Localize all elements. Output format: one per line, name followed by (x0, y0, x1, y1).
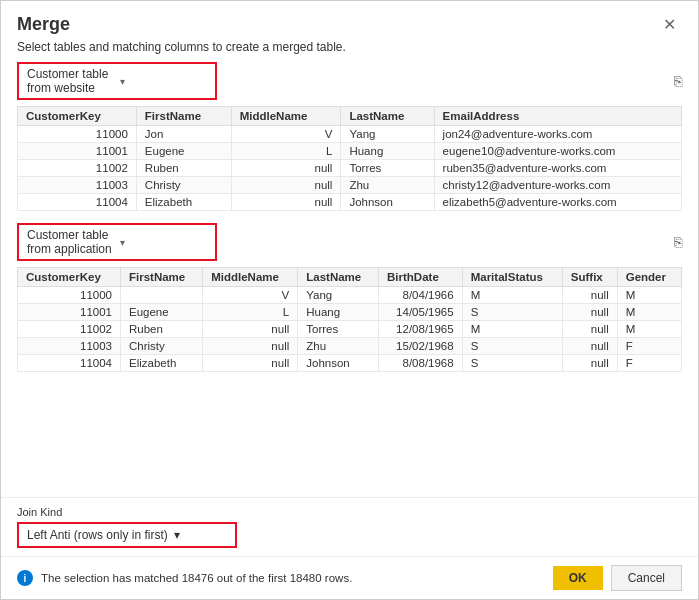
cell-birthdate: 8/04/1966 (379, 287, 463, 304)
cell-customerkey: 11001 (18, 143, 137, 160)
cell-gender: F (617, 355, 681, 372)
close-button[interactable]: ✕ (657, 13, 682, 36)
cell-customerkey: 11004 (18, 355, 121, 372)
cell-customerkey: 11000 (18, 287, 121, 304)
join-kind-arrow-icon: ▾ (174, 528, 180, 542)
cell-firstname: Elizabeth (136, 194, 231, 211)
table2-col-middlename: MiddleName (203, 268, 298, 287)
table-row[interactable]: 11003 Christy null Zhu christy12@adventu… (18, 177, 682, 194)
cell-customerkey: 11003 (18, 177, 137, 194)
cell-gender: M (617, 321, 681, 338)
cell-customerkey: 11004 (18, 194, 137, 211)
table1-data-table: CustomerKey FirstName MiddleName LastNam… (17, 106, 682, 211)
table2-col-customerkey: CustomerKey (18, 268, 121, 287)
cell-lastname: Zhu (341, 177, 434, 194)
table1-dropdown-label: Customer table from website (27, 67, 114, 95)
table1-col-email: EmailAddress (434, 107, 681, 126)
cancel-button[interactable]: Cancel (611, 565, 682, 591)
table1-col-lastname: LastName (341, 107, 434, 126)
cell-email: elizabeth5@adventure-works.com (434, 194, 681, 211)
table2-section: Customer table from application ▾ ⎘ Cust… (17, 223, 682, 372)
cell-birthdate: 15/02/1968 (379, 338, 463, 355)
table2-header-row: Customer table from application ▾ ⎘ (17, 223, 682, 261)
cell-middlename: L (203, 304, 298, 321)
table2-data-table: CustomerKey FirstName MiddleName LastNam… (17, 267, 682, 372)
footer: i The selection has matched 18476 out of… (1, 556, 698, 599)
cell-lastname: Zhu (298, 338, 379, 355)
cell-middlename: L (231, 143, 341, 160)
cell-middlename: null (231, 177, 341, 194)
cell-gender: M (617, 304, 681, 321)
join-kind-dropdown[interactable]: Left Anti (rows only in first) ▾ (17, 522, 237, 548)
cell-email: ruben35@adventure-works.com (434, 160, 681, 177)
table-row[interactable]: 11002 Ruben null Torres 12/08/1965 M nul… (18, 321, 682, 338)
table2-col-suffix: Suffix (562, 268, 617, 287)
cell-customerkey: 11002 (18, 160, 137, 177)
cell-middlename: null (203, 321, 298, 338)
cell-lastname: Huang (298, 304, 379, 321)
cell-firstname: Ruben (136, 160, 231, 177)
cell-maritalstatus: S (462, 355, 562, 372)
cell-firstname: Jon (136, 126, 231, 143)
table1-col-firstname: FirstName (136, 107, 231, 126)
cell-maritalstatus: M (462, 321, 562, 338)
table-row[interactable]: 11000 V Yang 8/04/1966 M null M (18, 287, 682, 304)
table2-header: CustomerKey FirstName MiddleName LastNam… (18, 268, 682, 287)
info-text: The selection has matched 18476 out of t… (41, 572, 545, 584)
cell-middlename: null (203, 338, 298, 355)
table2-col-maritalstatus: MaritalStatus (462, 268, 562, 287)
table1-section: Customer table from website ▾ ⎘ Customer… (17, 62, 682, 211)
cell-customerkey: 11001 (18, 304, 121, 321)
table1-header: CustomerKey FirstName MiddleName LastNam… (18, 107, 682, 126)
cell-gender: F (617, 338, 681, 355)
cell-firstname: Christy (120, 338, 202, 355)
cell-customerkey: 11003 (18, 338, 121, 355)
cell-firstname: Ruben (120, 321, 202, 338)
ok-button[interactable]: OK (553, 566, 603, 590)
table2-col-gender: Gender (617, 268, 681, 287)
table-row[interactable]: 11001 Eugene L Huang 14/05/1965 S null M (18, 304, 682, 321)
table-row[interactable]: 11004 Elizabeth null Johnson 8/08/1968 S… (18, 355, 682, 372)
table-row[interactable]: 11002 Ruben null Torres ruben35@adventur… (18, 160, 682, 177)
table2-expand-icon[interactable]: ⎘ (674, 234, 682, 250)
cell-middlename: null (203, 355, 298, 372)
cell-birthdate: 12/08/1965 (379, 321, 463, 338)
cell-suffix: null (562, 321, 617, 338)
table1-header-row: Customer table from website ▾ ⎘ (17, 62, 682, 100)
table-row[interactable]: 11003 Christy null Zhu 15/02/1968 S null… (18, 338, 682, 355)
cell-lastname: Yang (341, 126, 434, 143)
table2-col-lastname: LastName (298, 268, 379, 287)
cell-birthdate: 14/05/1965 (379, 304, 463, 321)
cell-firstname: Eugene (120, 304, 202, 321)
cell-lastname: Yang (298, 287, 379, 304)
cell-suffix: null (562, 304, 617, 321)
cell-suffix: null (562, 355, 617, 372)
cell-customerkey: 11002 (18, 321, 121, 338)
table-row[interactable]: 11001 Eugene L Huang eugene10@adventure-… (18, 143, 682, 160)
table2-dropdown-label: Customer table from application (27, 228, 114, 256)
table1-dropdown-arrow-icon: ▾ (120, 76, 207, 87)
cell-firstname: Elizabeth (120, 355, 202, 372)
cell-email: christy12@adventure-works.com (434, 177, 681, 194)
table2-col-firstname: FirstName (120, 268, 202, 287)
cell-firstname (120, 287, 202, 304)
cell-gender: M (617, 287, 681, 304)
table1-dropdown[interactable]: Customer table from website ▾ (17, 62, 217, 100)
join-kind-label: Join Kind (17, 506, 682, 518)
table-row[interactable]: 11000 Jon V Yang jon24@adventure-works.c… (18, 126, 682, 143)
cell-maritalstatus: M (462, 287, 562, 304)
cell-email: jon24@adventure-works.com (434, 126, 681, 143)
cell-lastname: Torres (298, 321, 379, 338)
table-row[interactable]: 11004 Elizabeth null Johnson elizabeth5@… (18, 194, 682, 211)
cell-lastname: Huang (341, 143, 434, 160)
join-kind-value: Left Anti (rows only in first) (27, 528, 168, 542)
content-area: Customer table from website ▾ ⎘ Customer… (1, 62, 698, 497)
cell-customerkey: 11000 (18, 126, 137, 143)
table2-dropdown-arrow-icon: ▾ (120, 237, 207, 248)
dialog-title: Merge (17, 14, 70, 35)
table1-expand-icon[interactable]: ⎘ (674, 73, 682, 89)
cell-middlename: V (231, 126, 341, 143)
cell-middlename: V (203, 287, 298, 304)
table2-dropdown[interactable]: Customer table from application ▾ (17, 223, 217, 261)
cell-lastname: Johnson (298, 355, 379, 372)
